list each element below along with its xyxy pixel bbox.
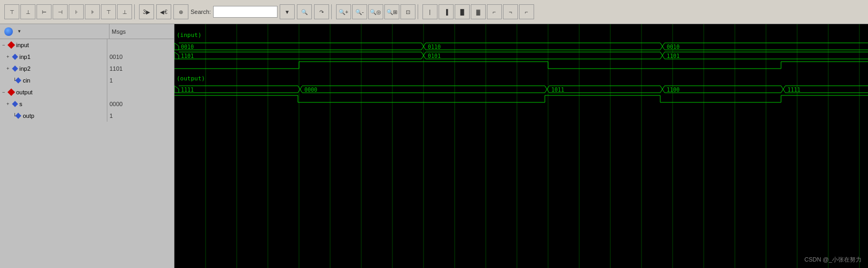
outp-left: └ outp xyxy=(0,110,107,122)
input-expand-icon: − xyxy=(2,42,8,48)
inp1-expand-icon: + xyxy=(6,54,12,59)
input-section-label: (input) xyxy=(177,32,201,39)
cin-left: └ cin xyxy=(0,75,107,86)
watermark: CSDN @_小张在努力 xyxy=(804,256,862,264)
input-diamond-icon xyxy=(8,41,15,49)
cin-item[interactable]: └ cin 1 xyxy=(0,75,174,86)
inp1-value: 0010 xyxy=(107,51,174,63)
output-group-right xyxy=(107,86,174,98)
toolbar-group-search: 3▶ ◀€ ⊕ Search: ▼ 🔍 ↷ xyxy=(137,4,332,19)
inp1-name: inp1 xyxy=(19,54,31,60)
tb-cursor-2[interactable]: ▐ xyxy=(439,4,454,19)
cin-diamond-icon xyxy=(16,77,21,83)
inp1-label-3: 0010 xyxy=(667,44,680,50)
tb-btn-6[interactable]: ⊧ xyxy=(85,4,100,19)
tb-step-back[interactable]: ◀€ xyxy=(156,4,171,19)
tb-search-next[interactable]: ↷ xyxy=(314,4,329,19)
toolbar-group-layout: ⊤ ⊥ ⊢ ⊣ ⊦ ⊧ ⊤ ⊥ xyxy=(2,4,135,19)
tb-cursor-7[interactable]: ⌐ xyxy=(519,4,534,19)
inp2-label-3: 1101 xyxy=(667,53,680,59)
inp1-label-2: 0110 xyxy=(428,44,441,50)
outp-diamond-icon xyxy=(16,113,21,118)
search-label: Search: xyxy=(191,9,211,15)
left-panel: ▼ Msgs − input + xyxy=(0,24,174,268)
tb-btn-1[interactable]: ⊤ xyxy=(4,4,19,19)
svg-rect-0 xyxy=(174,24,868,268)
s-expand-icon: + xyxy=(6,101,12,107)
tb-search-dd[interactable]: ▼ xyxy=(280,4,295,19)
tb-btn-7[interactable]: ⊤ xyxy=(101,4,116,19)
input-group-left: − input xyxy=(0,39,107,51)
search-input[interactable] xyxy=(213,6,278,18)
tb-btn-2[interactable]: ⊥ xyxy=(20,4,35,19)
dropdown-arrow-icon: ▼ xyxy=(17,29,21,34)
output-expand-icon: − xyxy=(2,90,8,95)
cin-name: cin xyxy=(23,77,30,84)
toolbar: ⊤ ⊥ ⊢ ⊣ ⊦ ⊧ ⊤ ⊥ 3▶ ◀€ ⊕ Search: ▼ 🔍 ↷ 🔍+… xyxy=(0,0,868,24)
tb-cursor-3[interactable]: █ xyxy=(455,4,470,19)
inp2-item[interactable]: + inp2 1101 xyxy=(0,63,174,75)
tb-zoom-full[interactable]: 🔍⊞ xyxy=(384,4,399,19)
outp-item[interactable]: └ outp 1 xyxy=(0,110,174,122)
output-group-header[interactable]: − output xyxy=(0,86,174,98)
input-group-right xyxy=(107,39,174,51)
tb-btn-3[interactable]: ⊢ xyxy=(37,4,52,19)
inp2-label-1: 1101 xyxy=(181,53,194,59)
inp2-label-2: 0101 xyxy=(428,53,441,59)
panel-left-col-header: ▼ xyxy=(2,24,110,39)
tb-zoom-out[interactable]: 🔍- xyxy=(352,4,367,19)
tb-step-fwd[interactable]: 3▶ xyxy=(139,4,154,19)
tb-cursor-6[interactable]: ¬ xyxy=(503,4,518,19)
s-label-3: 1011 xyxy=(551,87,564,93)
inp2-diamond-icon xyxy=(12,65,18,71)
waveform-svg: // Will be drawn via JS below xyxy=(174,24,868,268)
tb-btn-8[interactable]: ⊥ xyxy=(117,4,132,19)
msgs-label: Msgs xyxy=(112,28,126,35)
waveform-area[interactable]: // Will be drawn via JS below xyxy=(174,24,868,268)
inp2-expand-icon: + xyxy=(6,66,12,71)
inp1-diamond-icon xyxy=(12,54,18,59)
tb-search-exec[interactable]: 🔍 xyxy=(297,4,312,19)
tb-zoom-fit[interactable]: 🔍◎ xyxy=(368,4,383,19)
signal-tree: − input + inp1 0010 + xyxy=(0,39,174,268)
s-name: s xyxy=(19,101,23,107)
s-label-4: 1100 xyxy=(667,87,680,93)
color-indicator xyxy=(4,27,13,36)
s-item[interactable]: + s 0000 xyxy=(0,98,174,110)
inp1-item[interactable]: + inp1 0010 xyxy=(0,51,174,63)
inp2-name: inp2 xyxy=(19,65,31,72)
toolbar-group-cursor: | ▐ █ ▓ ⌐ ¬ ⌐ xyxy=(420,4,536,19)
s-diamond-icon xyxy=(12,101,18,107)
s-left: + s xyxy=(0,98,107,110)
inp2-left: + inp2 xyxy=(0,63,107,75)
toolbar-group-zoom: 🔍+ 🔍- 🔍◎ 🔍⊞ ⊡ xyxy=(334,4,418,19)
output-group-left: − output xyxy=(0,86,107,98)
cin-value: 1 xyxy=(107,75,174,86)
tb-btn-5[interactable]: ⊦ xyxy=(69,4,84,19)
outp-value: 1 xyxy=(107,110,174,122)
left-panel-header: ▼ Msgs xyxy=(0,24,174,39)
output-diamond-icon xyxy=(8,88,15,96)
input-group-name: input xyxy=(16,42,29,48)
tb-btn-4[interactable]: ⊣ xyxy=(53,4,68,19)
s-label-2: 0000 xyxy=(304,87,317,93)
color-dropdown[interactable]: ▼ xyxy=(4,27,21,36)
s-label-1: 1111 xyxy=(181,87,194,93)
outp-name: outp xyxy=(23,113,34,119)
s-value: 0000 xyxy=(107,98,174,110)
output-section-label: (output) xyxy=(177,75,205,82)
tb-step-zoom[interactable]: ⊕ xyxy=(173,4,188,19)
inp1-left: + inp1 xyxy=(0,51,107,63)
tb-cursor-5[interactable]: ⌐ xyxy=(487,4,502,19)
tb-cursor-4[interactable]: ▓ xyxy=(471,4,486,19)
tb-zoom-in[interactable]: 🔍+ xyxy=(336,4,351,19)
panel-right-col-header: Msgs xyxy=(110,24,172,39)
s-label-5: 1111 xyxy=(787,87,800,93)
inp2-value: 1101 xyxy=(107,63,174,75)
tb-zoom-sel[interactable]: ⊡ xyxy=(400,4,415,19)
inp1-label-1: 0010 xyxy=(181,44,194,50)
output-group-name: output xyxy=(16,89,33,95)
main-container: ▼ Msgs − input + xyxy=(0,24,868,268)
tb-cursor-1[interactable]: | xyxy=(422,4,437,19)
input-group-header[interactable]: − input xyxy=(0,39,174,51)
